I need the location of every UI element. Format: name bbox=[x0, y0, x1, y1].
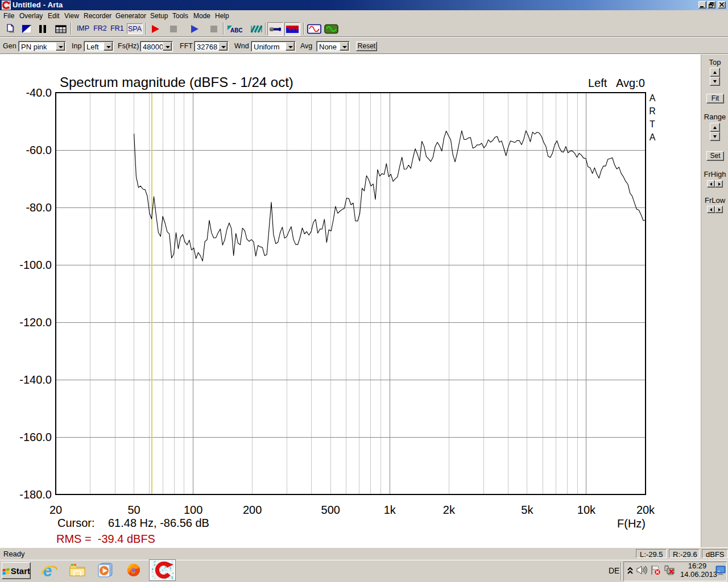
frhigh-arrows[interactable] bbox=[707, 180, 723, 188]
avg-combobox[interactable]: None bbox=[316, 41, 350, 52]
svg-text:ABC: ABC bbox=[230, 27, 242, 34]
statusbar: Ready L:-29.5 R:-29.6 dBFS bbox=[0, 547, 728, 560]
svg-text:5k: 5k bbox=[521, 504, 533, 516]
table-view-button[interactable] bbox=[53, 22, 68, 36]
language-indicator[interactable]: DE bbox=[609, 566, 619, 575]
svg-text:2k: 2k bbox=[443, 504, 456, 516]
svg-text:A: A bbox=[650, 132, 656, 142]
range-down-button[interactable] bbox=[710, 132, 720, 141]
mic-input-button[interactable] bbox=[267, 22, 283, 36]
generator-stop-button[interactable] bbox=[206, 22, 221, 36]
menu-view[interactable]: View bbox=[64, 11, 79, 20]
frlow-left-button[interactable] bbox=[707, 206, 715, 213]
gen-combobox[interactable]: PN pink bbox=[18, 41, 66, 52]
tray-chevron-icon[interactable] bbox=[627, 566, 634, 575]
restore-icon bbox=[708, 2, 715, 8]
reset-button[interactable]: Reset bbox=[356, 41, 377, 51]
menu-help[interactable]: Help bbox=[215, 11, 229, 20]
minimize-button[interactable] bbox=[698, 1, 706, 9]
tray-display-icon[interactable] bbox=[715, 566, 726, 575]
tray-flag-error-icon[interactable] bbox=[650, 565, 661, 576]
status-left-level: L:-29.5 bbox=[636, 549, 667, 558]
inp-value: Left bbox=[86, 43, 99, 51]
dropdown-arrow-icon[interactable] bbox=[218, 42, 228, 51]
toolbar-separator bbox=[223, 23, 224, 35]
thd-analysis-button[interactable] bbox=[249, 22, 263, 36]
restore-button[interactable] bbox=[708, 1, 715, 9]
fft-combobox[interactable]: 32768 bbox=[194, 41, 229, 52]
folder-icon[interactable] bbox=[68, 562, 86, 579]
signal-generator-button[interactable] bbox=[306, 22, 322, 36]
internet-explorer-icon[interactable]: e bbox=[41, 562, 58, 580]
mode-fr2-button[interactable]: FR2 bbox=[93, 23, 107, 34]
top-down-button[interactable] bbox=[710, 77, 720, 86]
spectrum-chart[interactable]: Spectrum magnitude (dBFS - 1/24 oct)Left… bbox=[0, 55, 701, 547]
green-sine-icon bbox=[324, 24, 338, 34]
range-spinner[interactable] bbox=[710, 123, 720, 141]
svg-text:-100.0: -100.0 bbox=[19, 259, 52, 271]
svg-text:-140.0: -140.0 bbox=[19, 373, 52, 386]
calibrate-button[interactable]: ABC bbox=[226, 22, 243, 36]
overlay-button[interactable] bbox=[19, 22, 34, 36]
tray-clock[interactable]: 16:29 14.06.2013 bbox=[680, 562, 714, 579]
new-file-button[interactable] bbox=[3, 22, 18, 36]
mode-imp-button[interactable]: IMP bbox=[76, 23, 90, 34]
close-icon bbox=[718, 2, 725, 8]
toolbar-main: IMP FR2 FR1 SPA ABC bbox=[0, 22, 728, 36]
svg-text:-180.0: -180.0 bbox=[19, 488, 52, 501]
frlow-arrows[interactable] bbox=[707, 206, 723, 213]
firefox-icon[interactable] bbox=[125, 562, 143, 579]
dropdown-arrow-icon[interactable] bbox=[286, 42, 295, 51]
mode-fr1-button[interactable]: FR1 bbox=[110, 23, 125, 34]
menu-overlay[interactable]: Overlay bbox=[19, 11, 43, 20]
menu-file[interactable]: File bbox=[3, 11, 14, 20]
fit-button[interactable]: Fit bbox=[706, 94, 724, 103]
fs-value: 48000 bbox=[143, 43, 163, 51]
dropdown-arrow-icon[interactable] bbox=[340, 42, 349, 51]
generator-start-button[interactable] bbox=[187, 22, 202, 36]
fs-combobox[interactable]: 48000 bbox=[140, 41, 173, 52]
minimize-icon bbox=[699, 2, 706, 8]
menu-edit[interactable]: Edit bbox=[48, 11, 60, 20]
taskbar: Start e DE bbox=[0, 560, 728, 582]
svg-text:R: R bbox=[649, 106, 656, 116]
start-button[interactable]: Start bbox=[2, 562, 31, 579]
svg-text:20k: 20k bbox=[636, 504, 655, 516]
media-player-icon[interactable] bbox=[97, 562, 115, 579]
menu-setup[interactable]: Setup bbox=[150, 11, 168, 20]
menu-recorder[interactable]: Recorder bbox=[84, 11, 111, 20]
menubar: File Overlay Edit View Recorder Generato… bbox=[0, 10, 728, 22]
dropdown-arrow-icon[interactable] bbox=[56, 42, 65, 51]
frhigh-right-button[interactable] bbox=[715, 180, 723, 188]
toolbar-separator bbox=[146, 23, 147, 35]
gen-label: Gen bbox=[3, 42, 16, 50]
top-up-button[interactable] bbox=[710, 68, 720, 77]
range-up-button[interactable] bbox=[710, 123, 720, 132]
menu-generator[interactable]: Generator bbox=[115, 11, 146, 20]
arta-taskbar-button[interactable] bbox=[149, 559, 176, 581]
dropdown-arrow-icon[interactable] bbox=[104, 42, 113, 51]
record-start-button[interactable] bbox=[148, 22, 163, 36]
tray-network-error-icon[interactable] bbox=[664, 565, 676, 576]
pause-button[interactable] bbox=[35, 22, 50, 36]
menu-tools[interactable]: Tools bbox=[172, 11, 188, 20]
status-unit: dBFS bbox=[702, 549, 728, 558]
set-button[interactable]: Set bbox=[706, 151, 724, 161]
menu-mode[interactable]: Mode bbox=[193, 11, 210, 20]
volume-icon[interactable] bbox=[636, 565, 647, 575]
arta-app-icon[interactable] bbox=[2, 1, 11, 10]
frhigh-left-button[interactable] bbox=[707, 180, 715, 188]
gen-value: PN pink bbox=[21, 43, 47, 51]
frlow-right-button[interactable] bbox=[715, 206, 723, 213]
mode-spa-button[interactable]: SPA bbox=[127, 23, 143, 34]
dropdown-arrow-icon[interactable] bbox=[163, 42, 172, 51]
record-stop-button[interactable] bbox=[166, 22, 181, 36]
inp-combobox[interactable]: Left bbox=[84, 41, 114, 52]
top-spinner[interactable] bbox=[710, 68, 720, 86]
close-button[interactable] bbox=[718, 1, 726, 9]
wnd-combobox[interactable]: Uniform bbox=[251, 41, 296, 52]
spectrum-view-button[interactable] bbox=[284, 22, 300, 36]
avg-value: None bbox=[319, 43, 337, 51]
blue-play-icon bbox=[189, 23, 200, 35]
function-generator-button[interactable] bbox=[323, 22, 339, 36]
